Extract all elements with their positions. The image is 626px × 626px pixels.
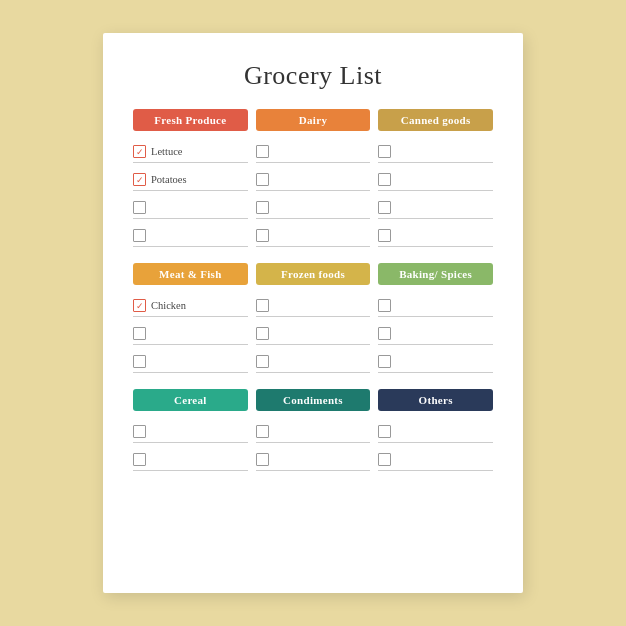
list-item[interactable]	[133, 195, 248, 219]
checkbox[interactable]	[256, 201, 269, 214]
list-item[interactable]	[378, 349, 493, 373]
checkbox[interactable]	[378, 453, 391, 466]
checkbox[interactable]	[256, 229, 269, 242]
list-item[interactable]	[378, 223, 493, 247]
list-item[interactable]: ✓Lettuce	[133, 139, 248, 163]
list-item[interactable]	[256, 139, 371, 163]
col-1-2	[378, 293, 493, 373]
item-label: Lettuce	[151, 146, 182, 157]
category-btn-dairy[interactable]: Dairy	[256, 109, 371, 131]
checkbox[interactable]	[256, 145, 269, 158]
list-item[interactable]	[256, 167, 371, 191]
checkbox[interactable]: ✓	[133, 145, 146, 158]
page-title: Grocery List	[133, 61, 493, 91]
list-item[interactable]	[133, 321, 248, 345]
list-item[interactable]	[133, 419, 248, 443]
section-row3: CerealCondimentsOthers	[133, 389, 493, 477]
category-btn-baking/spices[interactable]: Baking/ Spices	[378, 263, 493, 285]
checkbox[interactable]	[256, 327, 269, 340]
col-2-1	[256, 419, 371, 471]
checkbox[interactable]	[378, 145, 391, 158]
col-2-2	[378, 419, 493, 471]
checkbox[interactable]: ✓	[133, 173, 146, 186]
items-grid-row2: ✓Chicken	[133, 293, 493, 373]
section-row2: Meat & FishFrozen foodsBaking/ Spices✓Ch…	[133, 263, 493, 379]
list-item[interactable]	[256, 293, 371, 317]
list-item[interactable]	[378, 321, 493, 345]
list-item[interactable]: ✓Chicken	[133, 293, 248, 317]
col-1-1	[256, 293, 371, 373]
checkbox[interactable]	[256, 355, 269, 368]
list-item[interactable]	[378, 419, 493, 443]
item-label: Potatoes	[151, 174, 187, 185]
checkbox[interactable]	[256, 299, 269, 312]
checkbox[interactable]	[378, 425, 391, 438]
list-item[interactable]	[256, 195, 371, 219]
checkbox[interactable]	[133, 355, 146, 368]
checkbox[interactable]	[133, 201, 146, 214]
checkbox[interactable]: ✓	[133, 299, 146, 312]
list-item[interactable]	[133, 447, 248, 471]
category-btn-frozenfoods[interactable]: Frozen foods	[256, 263, 371, 285]
checkbox[interactable]	[256, 425, 269, 438]
list-item[interactable]: ✓Potatoes	[133, 167, 248, 191]
list-item[interactable]	[378, 195, 493, 219]
category-btn-freshproduce[interactable]: Fresh Produce	[133, 109, 248, 131]
col-0-0: ✓Lettuce✓Potatoes	[133, 139, 248, 247]
category-btn-meat&fish[interactable]: Meat & Fish	[133, 263, 248, 285]
section-row1: Fresh ProduceDairyCanned goods✓Lettuce✓P…	[133, 109, 493, 253]
checkbox[interactable]	[133, 327, 146, 340]
checkbox[interactable]	[256, 173, 269, 186]
col-1-0: ✓Chicken	[133, 293, 248, 373]
checkbox[interactable]	[133, 229, 146, 242]
list-item[interactable]	[256, 321, 371, 345]
list-item[interactable]	[256, 419, 371, 443]
grocery-list-paper: Grocery List Fresh ProduceDairyCanned go…	[103, 33, 523, 593]
checkbox[interactable]	[256, 453, 269, 466]
list-item[interactable]	[256, 349, 371, 373]
list-item[interactable]	[378, 447, 493, 471]
col-2-0	[133, 419, 248, 471]
col-0-1	[256, 139, 371, 247]
category-btn-others[interactable]: Others	[378, 389, 493, 411]
list-item[interactable]	[256, 447, 371, 471]
checkbox[interactable]	[133, 453, 146, 466]
list-item[interactable]	[378, 167, 493, 191]
checkbox[interactable]	[378, 229, 391, 242]
list-item[interactable]	[133, 223, 248, 247]
items-grid-row1: ✓Lettuce✓Potatoes	[133, 139, 493, 247]
col-0-2	[378, 139, 493, 247]
category-btn-cannedgoods[interactable]: Canned goods	[378, 109, 493, 131]
list-item[interactable]	[378, 293, 493, 317]
category-btn-condiments[interactable]: Condiments	[256, 389, 371, 411]
item-label: Chicken	[151, 300, 186, 311]
checkbox[interactable]	[378, 327, 391, 340]
checkbox[interactable]	[133, 425, 146, 438]
checkbox[interactable]	[378, 355, 391, 368]
list-item[interactable]	[256, 223, 371, 247]
checkbox[interactable]	[378, 201, 391, 214]
list-item[interactable]	[378, 139, 493, 163]
items-grid-row3	[133, 419, 493, 471]
category-btn-cereal[interactable]: Cereal	[133, 389, 248, 411]
checkbox[interactable]	[378, 299, 391, 312]
list-item[interactable]	[133, 349, 248, 373]
checkbox[interactable]	[378, 173, 391, 186]
